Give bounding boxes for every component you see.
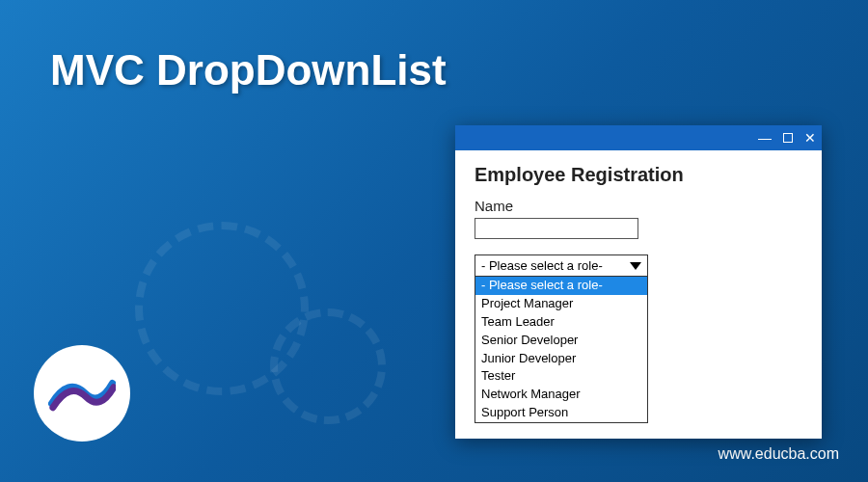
dropdown-option[interactable]: Project Manager <box>475 295 647 313</box>
close-icon[interactable]: ✕ <box>804 131 816 145</box>
dropdown-option[interactable]: - Please select a role- <box>475 277 647 295</box>
window-titlebar: — ✕ <box>455 125 822 150</box>
dotnet-swoosh-icon <box>48 369 116 417</box>
dropdown-option[interactable]: Tester <box>475 367 647 386</box>
website-url: www.educba.com <box>719 445 839 463</box>
dropdown-list: - Please select a role- Project Manager … <box>475 277 647 422</box>
chevron-down-icon <box>630 262 641 270</box>
role-dropdown[interactable]: - Please select a role- - Please select … <box>475 254 648 423</box>
decorative-gear <box>270 308 386 424</box>
maximize-icon[interactable] <box>783 133 793 143</box>
demo-window: — ✕ Employee Registration Name - Please … <box>455 125 822 439</box>
minimize-icon[interactable]: — <box>758 131 772 145</box>
dropdown-option[interactable]: Network Manager <box>475 386 647 404</box>
dropdown-option[interactable]: Junior Developer <box>475 350 647 368</box>
name-label: Name <box>475 198 802 214</box>
form-title: Employee Registration <box>475 164 802 186</box>
window-body: Employee Registration Name - Please sele… <box>455 150 822 439</box>
name-field[interactable] <box>475 218 638 239</box>
dropdown-option[interactable]: Senior Developer <box>475 332 647 350</box>
banner-title: MVC DropDownList <box>50 46 447 94</box>
tutorial-banner: MVC DropDownList www.educba.com — ✕ Empl… <box>0 0 868 482</box>
dropdown-option[interactable]: Support Person <box>475 404 647 422</box>
dotnet-logo <box>34 345 130 442</box>
dropdown-selected[interactable]: - Please select a role- <box>475 255 647 277</box>
dropdown-option[interactable]: Team Leader <box>475 313 647 332</box>
dropdown-selected-label: - Please select a role- <box>481 258 603 273</box>
